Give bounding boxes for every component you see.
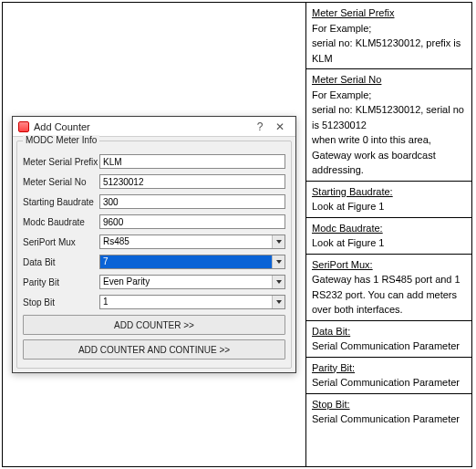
help-prefix: Meter Serial Prefix For Example; serial … xyxy=(306,3,471,69)
help-stopbit: Stop Bit: Serial Communication Parameter xyxy=(306,394,471,430)
help-text: serial no: KLM51230012, prefix is KLM xyxy=(312,37,460,64)
help-text: Look at Figure 1 xyxy=(312,237,385,248)
combo-databit-value: 7 xyxy=(100,255,272,268)
add-counter-button[interactable]: ADD COUNTER >> xyxy=(23,315,285,335)
combo-parity-value: Even Parity xyxy=(100,276,272,288)
combo-parity[interactable]: Even Parity xyxy=(99,275,285,289)
help-title: SeriPort Mux: xyxy=(312,259,373,270)
help-text: For Example; xyxy=(312,89,371,100)
combo-seriport-value: Rs485 xyxy=(100,235,272,248)
label-modcbaud: Modc Baudrate xyxy=(23,217,99,227)
label-stopbit: Stop Bit xyxy=(23,297,99,307)
app-icon xyxy=(18,121,29,132)
combo-seriport[interactable]: Rs485 xyxy=(99,234,285,249)
row-modcbaud: Modc Baudrate xyxy=(23,214,285,229)
help-column: Meter Serial Prefix For Example; serial … xyxy=(306,3,471,466)
help-title: Parity Bit: xyxy=(312,362,355,373)
help-title: Data Bit: xyxy=(312,326,350,337)
combo-stopbit-value: 1 xyxy=(100,296,272,308)
screenshot-cell: Add Counter ? ✕ MODC Meter Info Meter Se… xyxy=(3,3,306,466)
help-title: Stop Bit: xyxy=(312,399,350,410)
help-text: Serial Communication Parameter xyxy=(312,377,460,388)
help-modcbaud: Modc Baudrate: Look at Figure 1 xyxy=(306,218,471,255)
help-text: Gateway has 1 RS485 port and 1 RS232 por… xyxy=(312,274,460,315)
group-legend: MODC Meter Info xyxy=(23,135,99,145)
combo-stopbit[interactable]: 1 xyxy=(99,295,285,309)
label-parity: Parity Bit xyxy=(23,277,99,287)
label-prefix: Meter Serial Prefix xyxy=(23,157,99,167)
close-button[interactable]: ✕ xyxy=(270,120,290,133)
chevron-down-icon xyxy=(272,276,285,288)
help-text: Look at Figure 1 xyxy=(312,201,385,212)
row-stopbit: Stop Bit 1 xyxy=(23,295,285,309)
layout-table: Add Counter ? ✕ MODC Meter Info Meter Se… xyxy=(2,2,472,467)
help-title: Meter Serial Prefix xyxy=(312,7,394,18)
help-button[interactable]: ? xyxy=(250,120,270,133)
label-seriport: SeriPort Mux xyxy=(23,237,99,247)
help-serial: Meter Serial No For Example; serial no: … xyxy=(306,69,471,182)
row-serial: Meter Serial No xyxy=(23,174,285,189)
help-text: Serial Communication Parameter xyxy=(312,340,460,351)
add-counter-continue-button[interactable]: ADD COUNTER AND CONTINUE >> xyxy=(23,339,285,360)
label-startbaud: Starting Baudrate xyxy=(23,197,99,207)
help-text: serial no: KLM51230012, serial no is 512… xyxy=(312,104,464,130)
input-modcbaud[interactable] xyxy=(99,214,285,229)
add-counter-dialog: Add Counter ? ✕ MODC Meter Info Meter Se… xyxy=(12,116,296,373)
label-serial: Meter Serial No xyxy=(23,177,99,187)
input-prefix[interactable] xyxy=(99,154,285,169)
label-databit: Data Bit xyxy=(23,257,99,267)
combo-databit[interactable]: 7 xyxy=(99,255,285,269)
modc-meter-info-group: MODC Meter Info Meter Serial Prefix Mete… xyxy=(16,141,292,369)
help-title: Modc Baudrate: xyxy=(312,223,383,234)
help-parity: Parity Bit: Serial Communication Paramet… xyxy=(306,358,471,394)
input-startbaud[interactable] xyxy=(99,194,285,209)
help-title: Starting Baudrate: xyxy=(312,186,393,197)
row-parity: Parity Bit Even Parity xyxy=(23,275,285,289)
window-title: Add Counter xyxy=(34,121,250,132)
row-seriport: SeriPort Mux Rs485 xyxy=(23,234,285,249)
help-startbaud: Starting Baudrate: Look at Figure 1 xyxy=(306,182,471,218)
titlebar: Add Counter ? ✕ xyxy=(13,117,295,137)
chevron-down-icon xyxy=(272,296,285,308)
help-databit: Data Bit: Serial Communication Parameter xyxy=(306,321,471,358)
help-text: Serial Communication Parameter xyxy=(312,413,460,424)
row-databit: Data Bit 7 xyxy=(23,255,285,269)
chevron-down-icon xyxy=(272,235,285,248)
row-startbaud: Starting Baudrate xyxy=(23,194,285,209)
help-title: Meter Serial No xyxy=(312,74,381,85)
help-text: For Example; xyxy=(312,23,371,34)
row-prefix: Meter Serial Prefix xyxy=(23,154,285,169)
help-text: when write 0 into this area, Gateway wor… xyxy=(312,134,436,175)
help-seriport: SeriPort Mux: Gateway has 1 RS485 port a… xyxy=(306,255,471,321)
input-serial[interactable] xyxy=(99,174,285,189)
chevron-down-icon xyxy=(272,255,285,268)
